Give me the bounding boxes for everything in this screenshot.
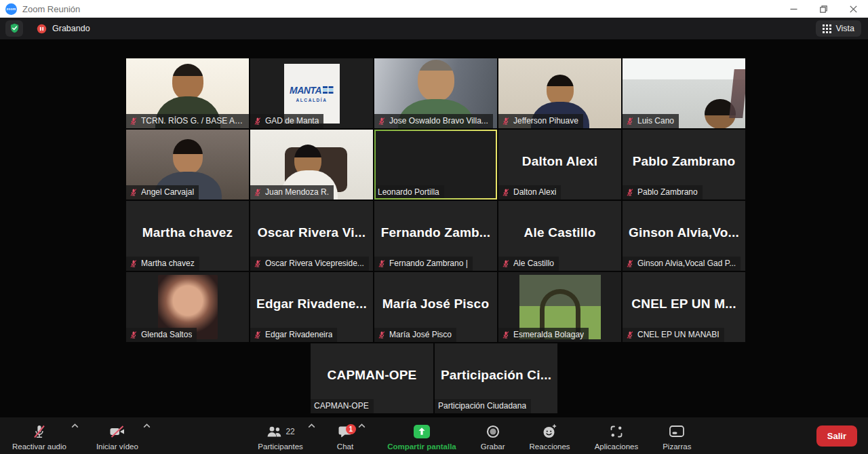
participant-name: TCRN. RÍOS G. / BASE AÉR...: [141, 116, 244, 126]
start-video-button[interactable]: Iniciar vídeo: [95, 417, 140, 454]
participant-tile[interactable]: Fernando Zamb...Fernando Zambrano |: [374, 201, 497, 271]
muted-mic-icon: [254, 330, 262, 339]
camera-muted-icon: [109, 424, 125, 439]
whiteboard-button[interactable]: Pizarras: [661, 417, 692, 454]
share-screen-button[interactable]: Compartir pantalla: [386, 417, 458, 454]
muted-mic-icon: [130, 259, 138, 268]
security-shield-button[interactable]: [5, 20, 23, 37]
participant-name: GAD de Manta: [265, 116, 319, 126]
muted-mic-icon: [378, 117, 386, 126]
record-icon: [486, 424, 500, 439]
maximize-button[interactable]: [808, 0, 838, 18]
recording-indicator[interactable]: Grabando: [37, 24, 90, 34]
participant-display-name: Martha chavez: [126, 201, 249, 264]
unmute-audio-button[interactable]: Reactivar audio: [11, 417, 68, 454]
muted-mic-icon: [130, 330, 138, 339]
audio-options-caret[interactable]: [71, 423, 79, 428]
participant-tile[interactable]: Jefferson Pihuave: [498, 58, 621, 128]
participant-tile[interactable]: Ginson Alvia,Vo...Ginson Alvia,Vocal Gad…: [623, 201, 745, 271]
muted-mic-icon: [626, 330, 634, 339]
participant-name: Leonardo Portilla: [378, 187, 439, 197]
participant-display-name: Participación Ci...: [435, 343, 557, 406]
muted-mic-icon: [254, 117, 262, 126]
participant-tile[interactable]: Luis Cano: [623, 58, 745, 128]
muted-mic-icon: [502, 188, 510, 197]
muted-mic-icon: [378, 330, 386, 339]
participant-tile[interactable]: Oscar Rivera Vi...Oscar Rivera Vicepresi…: [250, 201, 373, 271]
chat-button[interactable]: 1 Chat: [336, 417, 355, 454]
participant-tile[interactable]: Jose Oswaldo Bravo Villa...: [374, 58, 497, 128]
participant-label: CAPMAN-OPE: [311, 399, 374, 413]
participant-name: Participación Ciudadana: [438, 401, 526, 411]
participant-name: María José Pisco: [389, 330, 452, 339]
participant-display-name: Dalton Alexi: [498, 130, 621, 193]
close-button[interactable]: [838, 0, 868, 18]
participant-label: Glenda Saltos: [126, 328, 197, 342]
muted-mic-icon: [626, 259, 634, 268]
participants-label: Participantes: [258, 442, 302, 451]
participant-name: Glenda Saltos: [141, 330, 192, 339]
minimize-button[interactable]: [778, 0, 808, 18]
participants-button[interactable]: 22 Participantes: [256, 417, 304, 454]
record-button[interactable]: Grabar: [479, 417, 507, 454]
recording-label: Grabando: [52, 24, 90, 33]
record-label: Grabar: [481, 442, 505, 451]
video-options-caret[interactable]: [143, 423, 151, 428]
participant-label: Dalton Alexi: [498, 185, 561, 200]
participant-tile[interactable]: CNEL EP UN M...CNEL EP UN MANABI: [623, 272, 745, 342]
grid-view-icon: [823, 24, 831, 33]
participants-options-caret[interactable]: [308, 423, 315, 428]
participant-tile[interactable]: Edgar Rivadene...Edgar Rivadeneira: [250, 272, 373, 342]
reactions-button[interactable]: Reacciones: [528, 417, 572, 454]
participant-name: Pablo Zambrano: [637, 187, 698, 197]
muted-mic-icon: [378, 259, 386, 268]
participant-name: Angel Carvajal: [141, 187, 194, 197]
share-screen-label: Compartir pantalla: [387, 442, 456, 451]
participants-icon: [266, 425, 282, 438]
participant-tile[interactable]: Participación Ci...Participación Ciudada…: [435, 343, 557, 413]
participant-label: Luis Cano: [623, 114, 679, 128]
participant-tile[interactable]: Leonardo Portilla: [374, 130, 497, 200]
participant-tile[interactable]: María José PiscoMaría José Pisco: [374, 272, 497, 342]
participant-tile[interactable]: CAPMAN-OPECAPMAN-OPE: [311, 343, 433, 413]
participant-tile[interactable]: Glenda Saltos: [126, 272, 249, 342]
minimize-icon: [790, 5, 797, 13]
participant-name: Ginson Alvia,Vocal Gad P...: [637, 259, 736, 268]
maximize-icon: [820, 5, 827, 13]
window-titlebar: zoom Zoom Reunión: [0, 0, 868, 18]
toolbar-left-group: Reactivar audio Iniciar vídeo: [11, 417, 140, 454]
view-button[interactable]: Vista: [816, 20, 861, 37]
participant-label: TCRN. RÍOS G. / BASE AÉR...: [126, 114, 249, 128]
participant-tile[interactable]: Juan Mendoza R.: [250, 130, 373, 200]
close-icon: [850, 5, 857, 13]
participant-display-name: Ale Castillo: [498, 201, 621, 264]
participant-name: Luis Cano: [637, 116, 674, 126]
toolbar-center-group: 22 Participantes 1 Chat Compartir: [140, 417, 810, 454]
participant-label: María José Pisco: [374, 328, 456, 342]
chat-options-caret[interactable]: [358, 423, 366, 428]
participant-tile[interactable]: Ale CastilloAle Castillo: [498, 201, 621, 271]
start-video-label: Iniciar vídeo: [96, 442, 138, 451]
logo-subtext: ALCALDÍA: [296, 98, 327, 102]
muted-mic-icon: [254, 259, 262, 268]
participant-tile[interactable]: Dalton AlexiDalton Alexi: [498, 130, 621, 200]
participant-name: Dalton Alexi: [513, 187, 556, 197]
apps-button[interactable]: Aplicaciones: [593, 417, 640, 454]
leave-meeting-button[interactable]: Salir: [816, 425, 857, 447]
participant-name: CAPMAN-OPE: [314, 401, 369, 411]
window-controls: [778, 0, 868, 18]
participant-tile[interactable]: Esmeralda Bolagay: [498, 272, 621, 342]
participant-tile[interactable]: MANTAALCALDÍAGAD de Manta: [250, 58, 373, 128]
participant-label: Participación Ciudadana: [435, 399, 531, 413]
participant-label: Juan Mendoza R.: [250, 185, 334, 200]
chat-label: Chat: [337, 442, 353, 451]
participant-name: Jefferson Pihuave: [513, 116, 578, 126]
participant-tile[interactable]: Angel Carvajal: [126, 130, 249, 200]
participant-label: Angel Carvajal: [126, 185, 199, 200]
participant-tile[interactable]: Martha chavezMartha chavez: [126, 201, 249, 271]
participant-display-name: Edgar Rivadene...: [250, 272, 373, 335]
participant-label: Edgar Rivadeneira: [250, 328, 337, 342]
participant-tile[interactable]: TCRN. RÍOS G. / BASE AÉR...: [126, 58, 249, 128]
chat-unread-badge: 1: [346, 424, 356, 434]
participant-tile[interactable]: Pablo ZambranoPablo Zambrano: [623, 130, 745, 200]
